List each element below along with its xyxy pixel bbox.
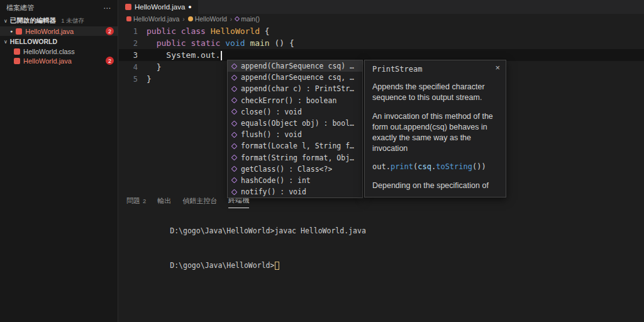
terminal-output[interactable]: D:\gogo\Java\HelloWorld>javac HelloWorld…	[119, 208, 644, 279]
panel-tab-label: 問題	[126, 196, 140, 206]
breadcrumb-separator: ›	[230, 16, 232, 23]
suggest-item[interactable]: format(Locale l, String f…	[228, 140, 362, 152]
vscode-window: 檔案總管 ⋯ ∨ 已開啟的編輯器 1 未儲存 ● HelloWorld.java…	[0, 0, 644, 322]
method-symbol-icon	[231, 143, 238, 149]
folder-section-header[interactable]: ∨ HELLOWORLD	[0, 36, 118, 47]
terminal-line: D:\gogo\Java\HelloWorld>javac HelloWorld…	[126, 218, 644, 244]
file-name: HelloWorld.java	[23, 57, 72, 65]
method-symbol-icon	[231, 74, 238, 80]
tab-debug-console[interactable]: 偵錯主控台	[182, 196, 217, 208]
open-editors-label: 已開啟的編輯器	[10, 16, 57, 25]
code-text: }	[147, 62, 161, 72]
tree-item-helloworld-class[interactable]: HelloWorld.class	[0, 47, 118, 56]
suggest-item-label: checkError() : boolean	[241, 96, 336, 105]
suggest-item[interactable]: getClass() : Class<?>	[228, 164, 362, 175]
modified-dot-icon: ●	[188, 4, 191, 10]
breadcrumb: HelloWorld.java › HelloWorld › main()	[119, 14, 644, 24]
suggest-item-label: getClass() : Class<?>	[241, 165, 332, 174]
suggest-item-label: notify() : void	[241, 187, 306, 196]
breadcrumb-label: HelloWorld.java	[133, 15, 179, 23]
code-line[interactable]: 2 public static void main () {	[119, 37, 644, 49]
suggest-item-label: format(String format, Obj…	[241, 153, 354, 162]
java-file-icon	[126, 16, 131, 21]
chevron-down-icon: ∨	[4, 39, 8, 45]
method-symbol-icon	[231, 177, 238, 184]
tab-output[interactable]: 輸出	[157, 196, 171, 208]
editor-tab-bar: HelloWorld.java ●	[119, 0, 644, 14]
suggest-item[interactable]: notify() : void	[228, 186, 362, 197]
code-line[interactable]: 1public class HelloWorld {	[119, 25, 644, 37]
open-editors-section-header[interactable]: ∨ 已開啟的編輯器 1 未儲存	[0, 14, 118, 26]
suggest-item[interactable]: checkError() : boolean	[228, 95, 362, 106]
tree-item-helloworld-java[interactable]: HelloWorld.java 2	[0, 56, 118, 65]
open-editor-item-helloworld-java[interactable]: ● HelloWorld.java 2	[0, 26, 118, 36]
java-file-icon	[14, 48, 20, 55]
chevron-down-icon: ∨	[4, 18, 8, 24]
method-symbol-icon	[231, 109, 238, 115]
line-number: 2	[119, 39, 147, 48]
sidebar-header: 檔案總管 ⋯	[0, 0, 118, 14]
tab-helloworld-java[interactable]: HelloWorld.java ●	[119, 0, 198, 14]
bottom-panel: 問題 2 輸出 偵錯主控台 終端機 D:\gogo\Java\HelloWorl…	[119, 192, 644, 322]
breadcrumb-label: HelloWorld	[195, 15, 227, 23]
sidebar-title: 檔案總管	[6, 3, 34, 13]
breadcrumb-label: main()	[241, 15, 260, 23]
method-symbol-icon	[231, 189, 238, 195]
method-symbol-icon	[231, 63, 238, 69]
modified-dot-icon: ●	[10, 29, 13, 33]
close-icon[interactable]: ×	[495, 63, 500, 72]
code-text: public class HelloWorld {	[147, 26, 270, 36]
unsaved-count-hint: 1 未儲存	[61, 17, 84, 25]
suggest-item-label: append(char c) : PrintStr…	[241, 84, 354, 93]
intellisense-suggest-widget: append(CharSequence csq) …append(CharSeq…	[227, 60, 363, 198]
panel-tab-label: 輸出	[157, 196, 171, 206]
suggest-item-label: flush() : void	[241, 130, 302, 139]
method-symbol-icon	[235, 16, 240, 21]
suggest-item[interactable]: hashCode() : int	[228, 175, 362, 186]
suggest-item[interactable]: flush() : void	[228, 129, 362, 140]
suggest-item[interactable]: append(CharSequence csq, …	[228, 72, 362, 83]
suggest-item[interactable]: append(char c) : PrintStr…	[228, 83, 362, 94]
suggest-item-label: append(CharSequence csq, …	[241, 73, 354, 82]
class-symbol-icon	[188, 16, 193, 21]
explorer-sidebar: 檔案總管 ⋯ ∨ 已開啟的編輯器 1 未儲存 ● HelloWorld.java…	[0, 0, 118, 322]
panel-tab-label: 偵錯主控台	[182, 196, 217, 206]
suggest-item-label: close() : void	[241, 108, 302, 116]
tab-problems[interactable]: 問題 2	[126, 196, 146, 208]
editor-area: HelloWorld.java ● HelloWorld.java › Hell…	[119, 0, 644, 322]
breadcrumb-method[interactable]: main()	[235, 15, 260, 23]
tab-label: HelloWorld.java	[135, 3, 185, 11]
line-number: 4	[119, 63, 147, 72]
problems-count-badge: 2	[143, 197, 146, 204]
breadcrumb-file[interactable]: HelloWorld.java	[126, 15, 179, 23]
suggest-item[interactable]: close() : void	[228, 106, 362, 118]
file-name: HelloWorld.java	[25, 28, 74, 35]
method-symbol-icon	[231, 155, 238, 161]
method-symbol-icon	[231, 131, 238, 138]
method-symbol-icon	[231, 86, 238, 92]
suggest-item[interactable]: format(String format, Obj…	[228, 152, 362, 164]
java-file-icon	[14, 58, 20, 64]
terminal-cursor	[275, 262, 279, 270]
doc-code-sample: out.print(csq.toString())	[372, 162, 498, 171]
error-count-badge: 2	[106, 27, 114, 35]
error-count-badge: 2	[106, 57, 114, 65]
doc-paragraph: Depending on the specification of	[372, 180, 498, 191]
suggest-item[interactable]: append(CharSequence csq) …	[228, 60, 362, 72]
suggest-item[interactable]: equals(Object obj) : bool…	[228, 118, 362, 129]
terminal-line: D:\gogo\Java\HelloWorld>	[126, 252, 644, 279]
method-symbol-icon	[231, 97, 238, 104]
suggest-item-label: format(Locale l, String f…	[241, 142, 354, 150]
line-number: 3	[119, 51, 147, 60]
folder-name: HELLOWORLD	[10, 38, 57, 45]
breadcrumb-separator: ›	[182, 16, 184, 23]
text-cursor	[221, 51, 222, 60]
method-symbol-icon	[231, 166, 238, 172]
breadcrumb-class[interactable]: HelloWorld	[188, 15, 227, 23]
more-actions-icon[interactable]: ⋯	[103, 4, 111, 13]
doc-paragraph: Appends the specified character sequence…	[372, 82, 498, 103]
doc-title: PrintStream	[372, 65, 498, 74]
doc-paragraph: An invocation of this method of the form…	[372, 111, 498, 154]
java-file-icon	[125, 4, 131, 10]
code-text: public static void main () {	[147, 38, 294, 48]
